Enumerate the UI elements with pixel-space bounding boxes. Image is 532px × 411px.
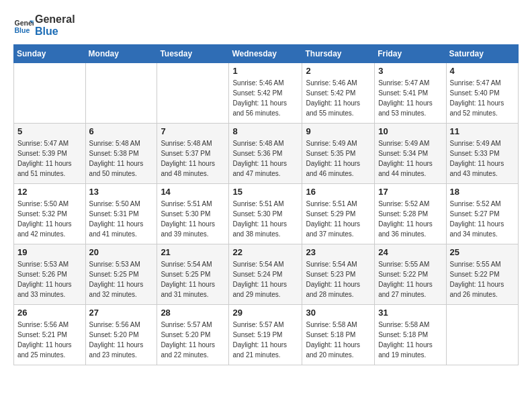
day-info: Sunrise: 5:46 AM Sunset: 5:42 PM Dayligh… [306,78,371,118]
day-number: 6 [89,126,154,136]
day-info: Sunrise: 5:53 AM Sunset: 5:25 PM Dayligh… [89,259,154,300]
calendar-cell: 28Sunrise: 5:57 AM Sunset: 5:20 PM Dayli… [157,305,229,365]
day-number: 25 [450,247,515,257]
day-info: Sunrise: 5:53 AM Sunset: 5:26 PM Dayligh… [17,259,82,300]
day-number: 1 [232,66,298,76]
calendar-cell: 10Sunrise: 5:49 AM Sunset: 5:34 PM Dayli… [375,124,446,184]
day-number: 18 [450,187,515,197]
svg-text:Blue: Blue [15,26,30,34]
day-number: 30 [306,308,371,318]
calendar-week-row: 19Sunrise: 5:53 AM Sunset: 5:26 PM Dayli… [14,244,519,305]
day-number: 13 [89,187,154,197]
day-info: Sunrise: 5:48 AM Sunset: 5:38 PM Dayligh… [89,138,154,179]
calendar-cell: 18Sunrise: 5:52 AM Sunset: 5:27 PM Dayli… [446,184,518,244]
day-info: Sunrise: 5:50 AM Sunset: 5:32 PM Dayligh… [17,199,82,239]
day-info: Sunrise: 5:47 AM Sunset: 5:41 PM Dayligh… [378,78,442,118]
day-info: Sunrise: 5:58 AM Sunset: 5:18 PM Dayligh… [378,320,442,360]
calendar-cell: 22Sunrise: 5:54 AM Sunset: 5:24 PM Dayli… [229,244,302,305]
day-number: 11 [450,126,515,136]
day-number: 26 [17,308,82,318]
calendar-cell: 2Sunrise: 5:46 AM Sunset: 5:42 PM Daylig… [302,63,375,124]
day-info: Sunrise: 5:49 AM Sunset: 5:33 PM Dayligh… [450,138,515,179]
calendar-cell: 1Sunrise: 5:46 AM Sunset: 5:42 PM Daylig… [229,63,302,124]
logo-text-blue: Blue [35,26,75,38]
day-info: Sunrise: 5:57 AM Sunset: 5:19 PM Dayligh… [232,320,298,360]
day-info: Sunrise: 5:54 AM Sunset: 5:23 PM Dayligh… [306,259,371,300]
weekday-header-friday: Friday [375,45,446,63]
day-info: Sunrise: 5:54 AM Sunset: 5:25 PM Dayligh… [161,259,225,300]
calendar-cell: 21Sunrise: 5:54 AM Sunset: 5:25 PM Dayli… [157,244,229,305]
calendar-cell: 6Sunrise: 5:48 AM Sunset: 5:38 PM Daylig… [85,124,157,184]
day-info: Sunrise: 5:49 AM Sunset: 5:34 PM Dayligh… [378,138,442,179]
day-number: 22 [232,247,298,257]
calendar-cell: 8Sunrise: 5:48 AM Sunset: 5:36 PM Daylig… [229,124,302,184]
day-info: Sunrise: 5:58 AM Sunset: 5:18 PM Dayligh… [306,320,371,360]
calendar-cell [446,305,518,365]
day-number: 17 [378,187,442,197]
day-number: 20 [89,247,154,257]
calendar-cell: 11Sunrise: 5:49 AM Sunset: 5:33 PM Dayli… [446,124,518,184]
logo-icon: General Blue [13,15,34,36]
day-number: 12 [17,187,82,197]
calendar-cell: 13Sunrise: 5:50 AM Sunset: 5:31 PM Dayli… [85,184,157,244]
calendar-cell: 19Sunrise: 5:53 AM Sunset: 5:26 PM Dayli… [14,244,86,305]
calendar-cell [85,63,157,124]
day-number: 19 [17,247,82,257]
calendar-week-row: 12Sunrise: 5:50 AM Sunset: 5:32 PM Dayli… [14,184,519,244]
day-number: 14 [161,187,225,197]
calendar-cell [157,63,229,124]
day-info: Sunrise: 5:48 AM Sunset: 5:37 PM Dayligh… [161,138,225,179]
weekday-header-sunday: Sunday [14,45,86,63]
day-number: 8 [232,126,298,136]
calendar-table: SundayMondayTuesdayWednesdayThursdayFrid… [13,44,519,365]
calendar-cell: 20Sunrise: 5:53 AM Sunset: 5:25 PM Dayli… [85,244,157,305]
day-number: 15 [232,187,298,197]
calendar-cell: 15Sunrise: 5:51 AM Sunset: 5:30 PM Dayli… [229,184,302,244]
calendar-cell: 5Sunrise: 5:47 AM Sunset: 5:39 PM Daylig… [14,124,86,184]
day-info: Sunrise: 5:50 AM Sunset: 5:31 PM Dayligh… [89,199,154,239]
day-number: 21 [161,247,225,257]
calendar-cell: 23Sunrise: 5:54 AM Sunset: 5:23 PM Dayli… [302,244,375,305]
calendar-cell: 25Sunrise: 5:55 AM Sunset: 5:22 PM Dayli… [446,244,518,305]
calendar-cell: 24Sunrise: 5:55 AM Sunset: 5:22 PM Dayli… [375,244,446,305]
calendar-cell: 31Sunrise: 5:58 AM Sunset: 5:18 PM Dayli… [375,305,446,365]
day-info: Sunrise: 5:51 AM Sunset: 5:29 PM Dayligh… [306,199,371,239]
day-number: 16 [306,187,371,197]
day-number: 9 [306,126,371,136]
weekday-header-tuesday: Tuesday [157,45,229,63]
day-number: 23 [306,247,371,257]
calendar-cell [14,63,86,124]
calendar-cell: 14Sunrise: 5:51 AM Sunset: 5:30 PM Dayli… [157,184,229,244]
calendar-cell: 4Sunrise: 5:47 AM Sunset: 5:40 PM Daylig… [446,63,518,124]
day-number: 7 [161,126,225,136]
day-info: Sunrise: 5:52 AM Sunset: 5:28 PM Dayligh… [378,199,442,239]
day-info: Sunrise: 5:52 AM Sunset: 5:27 PM Dayligh… [450,199,515,239]
day-number: 5 [17,126,82,136]
calendar-cell: 7Sunrise: 5:48 AM Sunset: 5:37 PM Daylig… [157,124,229,184]
day-number: 28 [161,308,225,318]
calendar-cell: 12Sunrise: 5:50 AM Sunset: 5:32 PM Dayli… [14,184,86,244]
day-info: Sunrise: 5:51 AM Sunset: 5:30 PM Dayligh… [161,199,225,239]
day-info: Sunrise: 5:46 AM Sunset: 5:42 PM Dayligh… [232,78,298,118]
calendar-week-row: 26Sunrise: 5:56 AM Sunset: 5:21 PM Dayli… [14,305,519,365]
weekday-header-wednesday: Wednesday [229,45,302,63]
day-number: 29 [232,308,298,318]
day-info: Sunrise: 5:57 AM Sunset: 5:20 PM Dayligh… [161,320,225,360]
logo-text-general: General [35,13,75,26]
day-info: Sunrise: 5:55 AM Sunset: 5:22 PM Dayligh… [450,259,515,300]
day-info: Sunrise: 5:47 AM Sunset: 5:39 PM Dayligh… [17,138,82,179]
calendar-cell: 3Sunrise: 5:47 AM Sunset: 5:41 PM Daylig… [375,63,446,124]
day-number: 10 [378,126,442,136]
calendar-cell: 29Sunrise: 5:57 AM Sunset: 5:19 PM Dayli… [229,305,302,365]
weekday-header-row: SundayMondayTuesdayWednesdayThursdayFrid… [14,45,519,63]
day-number: 4 [450,66,515,76]
page-header: General Blue General Blue [13,13,519,38]
weekday-header-thursday: Thursday [302,45,375,63]
day-number: 2 [306,66,371,76]
day-number: 24 [378,247,442,257]
day-number: 27 [89,308,154,318]
calendar-cell: 30Sunrise: 5:58 AM Sunset: 5:18 PM Dayli… [302,305,375,365]
day-info: Sunrise: 5:49 AM Sunset: 5:35 PM Dayligh… [306,138,371,179]
logo: General Blue General Blue [13,13,75,38]
day-info: Sunrise: 5:55 AM Sunset: 5:22 PM Dayligh… [378,259,442,300]
